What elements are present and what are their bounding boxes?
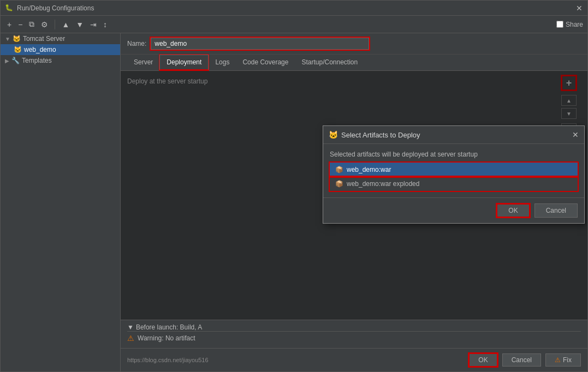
dialog-cancel-button[interactable]: Cancel: [534, 203, 578, 218]
dialog-buttons: OK Cancel: [323, 197, 584, 223]
web-demo-icon: 🐱: [14, 46, 22, 53]
warning-row: ⚠ Warning: No artifact: [127, 331, 581, 345]
share-area: Share: [556, 21, 583, 28]
footer-buttons: https://blog.csdn.net/jiayou516 OK Cance…: [121, 348, 587, 371]
main-content: ▼ 🐱 Tomcat Server 🐱 web_demo ▶ 🔧 Templat…: [1, 33, 587, 371]
fix-button[interactable]: ⚠ Fix: [545, 353, 581, 367]
tomcat-server-item[interactable]: ▼ 🐱 Tomcat Server: [1, 33, 120, 44]
tab-server[interactable]: Server: [127, 55, 159, 70]
artifact-item-war-exploded[interactable]: 📦 web_demo:war exploded: [330, 177, 578, 191]
warning-text: Warning: No artifact: [138, 334, 195, 342]
dialog-title-text: Select Artifacts to Deploy: [341, 131, 569, 139]
dialog-body: Selected artifacts will be deployed at s…: [323, 144, 584, 197]
ok-button[interactable]: OK: [468, 353, 497, 367]
left-panel: ▼ 🐱 Tomcat Server 🐱 web_demo ▶ 🔧 Templat…: [1, 33, 121, 371]
tab-startup-connection[interactable]: Startup/Connection: [295, 55, 364, 70]
tomcat-icon: 🐱: [13, 35, 21, 43]
expand-arrow: ▼: [5, 36, 10, 42]
before-launch-arrow: ▼: [127, 323, 134, 331]
tab-code-coverage[interactable]: Code Coverage: [236, 55, 295, 70]
copy-config-button[interactable]: ⧉: [27, 19, 37, 30]
web-demo-label: web_demo: [24, 46, 56, 53]
dialog-icon: 🐱: [329, 130, 338, 139]
before-launch-text: Before launch: Build, A: [136, 323, 202, 331]
name-label: Name:: [127, 40, 146, 47]
add-config-button[interactable]: +: [5, 19, 14, 30]
fix-icon: ⚠: [555, 356, 561, 364]
artifact-exploded-label: web_demo:war exploded: [347, 180, 419, 188]
select-artifacts-dialog: 🐱 Select Artifacts to Deploy ✕ Selected …: [323, 125, 585, 224]
dialog-title-bar: 🐱 Select Artifacts to Deploy ✕: [323, 126, 584, 144]
main-window: 🐛 Run/Debug Configurations ✕ + − ⧉ ⚙ ▲ ▼…: [0, 0, 588, 372]
tomcat-label: Tomcat Server: [23, 35, 65, 43]
templates-item[interactable]: ▶ 🔧 Templates: [1, 55, 120, 66]
move-up-button[interactable]: ▲: [60, 19, 72, 30]
artifact-exploded-icon: 📦: [335, 180, 343, 188]
tab-content: Deploy at the server startup + ▲ ▼ ✎ 🐱 S…: [121, 71, 587, 320]
sort-button[interactable]: ↕: [101, 19, 109, 30]
window-title: Run/Debug Configurations: [17, 4, 575, 12]
bottom-section: ▼ Before launch: Build, A ⚠ Warning: No …: [121, 320, 587, 348]
toolbar: + − ⧉ ⚙ ▲ ▼ ⇥ ↕ Share: [1, 16, 587, 33]
web-demo-item[interactable]: 🐱 web_demo: [1, 44, 120, 55]
name-input[interactable]: [151, 38, 369, 50]
name-row: Name:: [121, 33, 587, 55]
settings-button[interactable]: ⚙: [39, 19, 50, 30]
templates-label: Templates: [22, 57, 52, 64]
fix-label: Fix: [563, 356, 572, 364]
remove-config-button[interactable]: −: [16, 19, 25, 30]
tab-logs[interactable]: Logs: [209, 55, 236, 70]
move-down-button[interactable]: ▼: [74, 19, 86, 30]
move-to-button[interactable]: ⇥: [88, 19, 99, 30]
artifact-war-label: web_demo:war: [347, 166, 391, 173]
right-panel: Name: Server Deployment Logs Code Covera…: [121, 33, 587, 371]
tab-bar: Server Deployment Logs Code Coverage Sta…: [121, 55, 587, 71]
dialog-close-button[interactable]: ✕: [572, 130, 579, 139]
warning-icon: ⚠: [127, 334, 134, 343]
close-button[interactable]: ✕: [575, 4, 583, 12]
cancel-button[interactable]: Cancel: [502, 353, 541, 367]
dialog-ok-button[interactable]: OK: [496, 203, 530, 218]
artifact-war-icon: 📦: [335, 166, 343, 173]
share-label: Share: [566, 21, 583, 28]
before-launch-row: ▼ Before launch: Build, A: [127, 323, 581, 331]
app-icon: 🐛: [5, 4, 14, 13]
templates-icon: 🔧: [11, 57, 20, 64]
watermark: https://blog.csdn.net/jiayou516: [127, 357, 209, 363]
artifact-item-war[interactable]: 📦 web_demo:war: [330, 163, 578, 177]
share-checkbox[interactable]: [556, 21, 563, 28]
dialog-description: Selected artifacts will be deployed at s…: [330, 151, 578, 158]
toolbar-separator: [55, 20, 55, 29]
templates-arrow: ▶: [5, 58, 9, 64]
tab-deployment[interactable]: Deployment: [159, 55, 209, 70]
title-bar: 🐛 Run/Debug Configurations ✕: [1, 1, 587, 16]
